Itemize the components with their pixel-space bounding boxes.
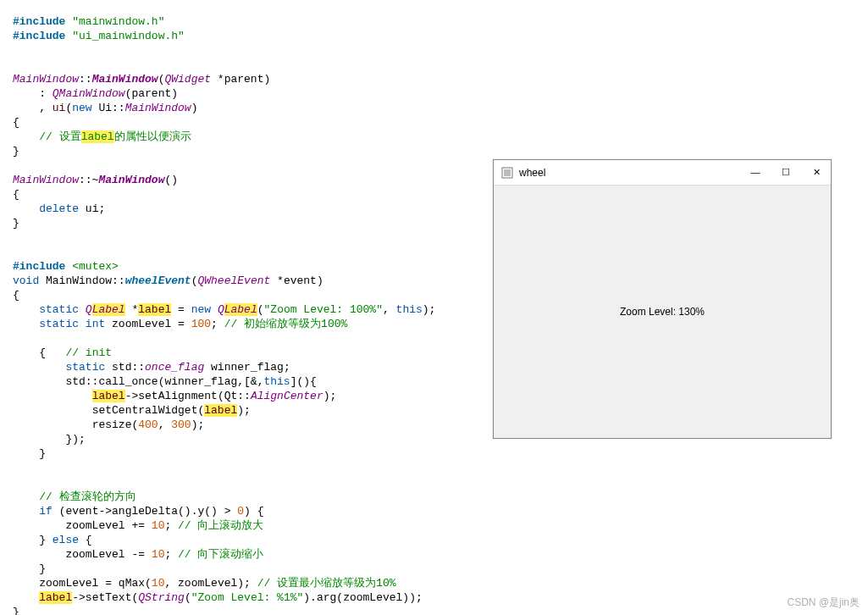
text-token: ](){ xyxy=(290,375,317,388)
method-token: setCentralWidget xyxy=(92,404,198,417)
indent xyxy=(13,361,65,374)
text-token: std:: xyxy=(105,361,145,374)
brace-token: { xyxy=(13,188,19,201)
keyword-token: new xyxy=(72,102,91,114)
brace-token: } xyxy=(13,606,19,615)
number-token: 400 xyxy=(138,418,158,431)
method-token: arg xyxy=(317,591,336,604)
op-token: :: xyxy=(79,73,92,86)
comment-token: // 设置最小缩放等级为10% xyxy=(257,577,396,590)
keyword-token: this xyxy=(263,375,290,388)
text-token: (event-> xyxy=(53,505,112,518)
indent: std:: xyxy=(13,375,98,388)
close-button[interactable]: ✕ xyxy=(809,167,824,178)
comment-token: // init xyxy=(65,346,112,359)
text-token: ). xyxy=(303,591,317,604)
text-token: ); xyxy=(323,390,337,402)
brace-token: { xyxy=(13,289,19,302)
text-token: }); xyxy=(13,433,86,446)
text-token: ( xyxy=(185,591,191,604)
type-token: Q xyxy=(79,303,92,316)
brace-token: } xyxy=(13,217,19,230)
text-token: ( xyxy=(257,303,264,316)
text-token: ); xyxy=(423,303,436,316)
number-token: 100 xyxy=(191,318,211,330)
brace-token: { xyxy=(13,116,19,129)
method-token: setAlignment xyxy=(138,390,218,402)
preproc-token: #include xyxy=(13,30,65,42)
func-token: qMax xyxy=(119,577,145,590)
text-token: (parent) xyxy=(125,87,178,100)
svg-rect-1 xyxy=(504,169,511,176)
text-token: -> xyxy=(72,591,86,604)
watermark: CSDN @是jin奥 xyxy=(787,596,860,610)
class-token: MainWindow xyxy=(13,174,79,186)
text-token: *parent) xyxy=(211,73,270,86)
method-token: angleDelta xyxy=(112,505,178,518)
text-token: ; xyxy=(211,318,224,330)
brace-token: } xyxy=(13,447,46,460)
indent xyxy=(13,490,39,503)
app-window[interactable]: wheel — ☐ ✕ Zoom Level: 130% xyxy=(493,159,832,439)
comment-token: // 初始缩放等级为100% xyxy=(224,318,348,330)
indent xyxy=(13,202,39,215)
app-icon xyxy=(500,166,514,180)
text-token: *event) xyxy=(270,274,323,287)
keyword-token: static xyxy=(65,361,105,374)
highlight-label: label xyxy=(92,390,125,402)
text-token: MainWindow:: xyxy=(39,274,124,287)
string-token: "Zoom Level: %1%" xyxy=(191,591,304,604)
keyword-token: this xyxy=(396,303,423,316)
maximize-button[interactable]: ☐ xyxy=(778,167,793,178)
number-token: 10 xyxy=(152,519,165,532)
type-token: QWidget xyxy=(164,73,211,86)
titlebar[interactable]: wheel — ☐ ✕ xyxy=(494,160,831,186)
indent xyxy=(13,318,39,330)
member-token: ui xyxy=(53,102,66,114)
indent xyxy=(13,130,39,143)
highlight-label: Label xyxy=(224,303,257,316)
text-token: () xyxy=(164,174,178,186)
method-token: resize xyxy=(92,418,132,431)
text-token: (winner_flag,[&, xyxy=(158,375,264,388)
keyword-token: static xyxy=(39,318,79,330)
highlight-label: label xyxy=(81,130,114,143)
func-token: wheelEvent xyxy=(125,274,191,287)
text-token: } xyxy=(13,534,53,546)
text-token: * xyxy=(125,303,139,316)
minimize-button[interactable]: — xyxy=(748,167,763,178)
app-content[interactable]: Zoom Level: 130% xyxy=(494,186,831,438)
enum-token: AlignCenter xyxy=(251,390,323,402)
zoom-level-label: Zoom Level: 130% xyxy=(620,306,705,318)
window-title: wheel xyxy=(519,167,748,179)
text-token: (Qt:: xyxy=(218,390,251,402)
text-token: ); xyxy=(237,404,251,417)
number-token: 10 xyxy=(152,577,165,590)
type-token: QString xyxy=(138,591,185,604)
number-token: 10 xyxy=(152,548,165,561)
text-token: ; xyxy=(164,548,178,561)
text-token: ui; xyxy=(79,202,105,215)
text-token: , xyxy=(383,303,396,316)
text-token: zoomLevel += xyxy=(13,519,152,532)
comment-token: // 向上滚动放大 xyxy=(178,519,263,532)
class-token: MainWindow xyxy=(13,73,79,86)
number-token: 0 xyxy=(237,505,244,518)
highlight-label: label xyxy=(204,404,237,417)
string-token: "ui_mainwindow.h" xyxy=(65,30,184,42)
keyword-token: int xyxy=(86,318,105,330)
text-token xyxy=(79,318,86,330)
type-token: QMainWindow xyxy=(53,87,125,100)
text-token: { xyxy=(13,346,65,359)
preproc-token: #include xyxy=(13,260,65,273)
type-token: QWheelEvent xyxy=(197,274,270,287)
indent xyxy=(13,418,92,431)
keyword-token: void xyxy=(13,274,39,287)
text-token: (). xyxy=(178,505,197,518)
func-token: call_once xyxy=(98,375,158,388)
op-token: ::~ xyxy=(79,174,98,186)
type-token: once_flag xyxy=(145,361,204,374)
text-token: : xyxy=(13,87,53,100)
text-token: zoomLevel -= xyxy=(13,548,152,561)
text-token: ; xyxy=(164,519,178,532)
